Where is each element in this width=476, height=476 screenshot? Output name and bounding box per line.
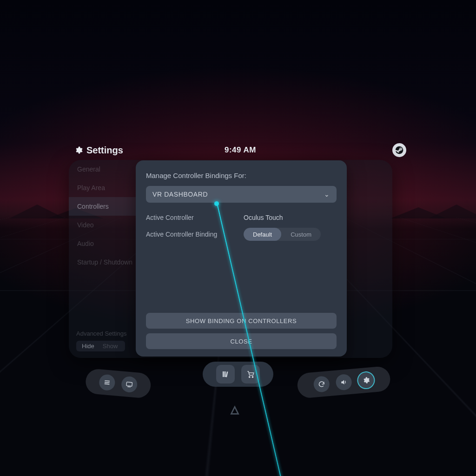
sidebar-item-label: Play Area <box>77 184 105 192</box>
active-binding-label: Active Controller Binding <box>146 231 244 238</box>
sidebar-item-audio[interactable]: Audio <box>69 234 143 253</box>
volume-button[interactable] <box>335 374 352 391</box>
svg-rect-8 <box>225 371 228 377</box>
sidebar-item-label: Controllers <box>77 203 109 210</box>
sidebar-item-label: Audio <box>77 240 94 247</box>
svg-rect-6 <box>223 371 224 377</box>
sidebar-item-controllers[interactable]: Controllers <box>69 197 143 216</box>
advanced-settings-label: Advanced Settings <box>76 330 126 337</box>
svg-line-1 <box>105 381 110 381</box>
svg-line-2 <box>105 382 110 383</box>
library-button[interactable] <box>216 365 235 383</box>
app-select[interactable]: VR DASHBOARD ⌄ <box>146 186 337 203</box>
advanced-show-label: Show <box>103 343 118 350</box>
page-title: Settings <box>86 145 123 156</box>
cart-icon <box>246 370 255 378</box>
controller-bindings-modal: Manage Controller Bindings For: VR DASHB… <box>136 160 347 357</box>
active-binding-row: Active Controller Binding Default Custom <box>146 221 337 241</box>
sidebar-item-general[interactable]: General <box>69 160 143 178</box>
volume-icon <box>340 378 348 386</box>
menu-icon <box>103 378 111 386</box>
svg-rect-4 <box>126 382 132 386</box>
active-controller-row: Active Controller Oculus Touch <box>146 205 337 221</box>
chevron-down-icon: ⌄ <box>324 191 330 198</box>
recenter-arrow-icon <box>228 404 242 418</box>
refresh-button[interactable] <box>313 376 330 393</box>
active-controller-value: Oculus Touch <box>244 214 283 221</box>
advanced-settings-block: Advanced Settings Hide Show <box>76 330 126 351</box>
top-bar: Settings 9:49 AM <box>74 143 406 157</box>
menu-button[interactable] <box>99 374 116 391</box>
desktop-icon <box>126 380 133 388</box>
desktop-button[interactable] <box>121 376 138 393</box>
settings-button[interactable] <box>357 372 375 389</box>
segment-default[interactable]: Default <box>244 228 281 241</box>
clock: 9:49 AM <box>225 145 256 155</box>
sidebar-item-label: General <box>77 165 100 173</box>
app-select-value: VR DASHBOARD <box>152 191 208 198</box>
close-button[interactable]: CLOSE <box>146 333 337 349</box>
settings-sidebar: General Play Area Controllers Video Audi… <box>69 160 143 358</box>
modal-title: Manage Controller Bindings For: <box>146 172 337 179</box>
svg-line-5 <box>127 387 131 387</box>
svg-point-10 <box>252 377 253 377</box>
sidebar-item-play-area[interactable]: Play Area <box>69 178 143 197</box>
modal-bottom: SHOW BINDING ON CONTROLLERS CLOSE <box>146 308 337 349</box>
sidebar-item-label: Startup / Shutdown <box>77 258 132 266</box>
sidebar-item-label: Video <box>77 221 94 229</box>
svg-rect-7 <box>225 371 226 377</box>
library-icon <box>221 370 230 378</box>
advanced-settings-toggle[interactable]: Hide Show <box>76 341 125 351</box>
binding-segment: Default Custom <box>244 228 321 241</box>
refresh-icon <box>317 380 325 388</box>
sidebar-item-video[interactable]: Video <box>69 216 143 234</box>
gear-icon <box>74 146 83 154</box>
svg-point-9 <box>249 377 250 377</box>
gear-icon <box>362 376 370 384</box>
svg-line-3 <box>105 384 110 384</box>
settings-title-block: Settings <box>74 145 123 156</box>
dock-center <box>203 362 273 387</box>
advanced-hide-label: Hide <box>82 343 94 350</box>
segment-custom[interactable]: Custom <box>281 228 321 241</box>
active-controller-label: Active Controller <box>146 214 244 221</box>
show-binding-button[interactable]: SHOW BINDING ON CONTROLLERS <box>146 313 337 329</box>
steam-icon[interactable] <box>392 143 406 157</box>
sidebar-item-startup-shutdown[interactable]: Startup / Shutdown <box>69 253 143 271</box>
